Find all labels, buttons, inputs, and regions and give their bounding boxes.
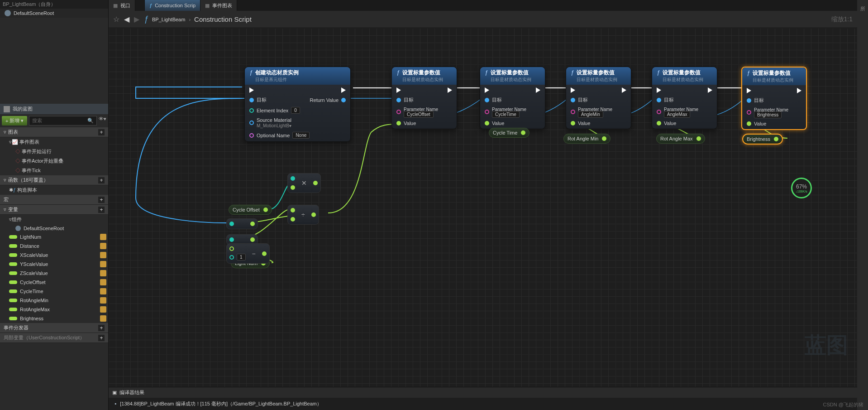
exec-out-pin[interactable] bbox=[341, 87, 346, 93]
source-material-pin[interactable]: Source MaterialM_MotionLightB▾ bbox=[249, 117, 291, 128]
element-index-pin[interactable]: Element Index0 bbox=[249, 107, 300, 114]
target-pin[interactable]: 目标 bbox=[249, 96, 267, 103]
exec-out-pin[interactable] bbox=[622, 87, 626, 93]
exec-in-pin[interactable] bbox=[747, 88, 751, 93]
favorite-icon[interactable]: ☆ bbox=[113, 15, 119, 24]
exec-in-pin[interactable] bbox=[249, 87, 254, 93]
add-function-button[interactable]: + bbox=[98, 177, 105, 183]
input-pin[interactable] bbox=[229, 222, 234, 226]
visibility-icon[interactable]: 👁▾ bbox=[99, 116, 106, 125]
add-local-button[interactable]: + bbox=[98, 335, 105, 341]
param-name-pin[interactable]: Parameter NameAngleMin bbox=[571, 107, 612, 117]
output-pin[interactable] bbox=[521, 130, 525, 135]
visibility-toggle[interactable] bbox=[100, 261, 106, 267]
param-name-pin[interactable]: Parameter NameCycleTime bbox=[485, 107, 526, 117]
input-pin-a[interactable] bbox=[229, 246, 234, 251]
visibility-toggle[interactable] bbox=[100, 252, 106, 258]
node-set-scalar-anglemax[interactable]: ƒ设置标量参数值目标是材质动态实例目标Parameter NameAngleMa… bbox=[652, 67, 717, 129]
category-macros[interactable]: 宏 + bbox=[0, 195, 108, 205]
exec-out-pin[interactable] bbox=[797, 88, 801, 93]
variable-xscalevalue[interactable]: XScaleValue bbox=[0, 251, 108, 260]
value-pin[interactable]: Value bbox=[747, 121, 766, 126]
target-pin[interactable]: 目标 bbox=[396, 96, 414, 103]
output-pin[interactable] bbox=[696, 136, 701, 141]
node-create-dmi[interactable]: ƒ 创建动态材质实例 目标是基元组件 目标Return Value Elemen… bbox=[244, 67, 351, 142]
event-graph-item[interactable]: ▿📈 事件图表 bbox=[0, 137, 108, 147]
exec-out-pin[interactable] bbox=[448, 87, 452, 93]
return-pin[interactable]: Return Value bbox=[310, 97, 346, 103]
var-rot-angle-min[interactable]: Rot Angle Min bbox=[563, 134, 610, 144]
visibility-toggle[interactable] bbox=[100, 297, 106, 304]
target-pin[interactable]: 目标 bbox=[657, 96, 674, 103]
variable-cycletime[interactable]: CycleTime bbox=[0, 287, 108, 296]
visibility-toggle[interactable] bbox=[100, 279, 106, 285]
target-pin[interactable]: 目标 bbox=[571, 96, 588, 103]
variable-rotanglemax[interactable]: RotAngleMax bbox=[0, 305, 108, 314]
tab-viewport[interactable]: ▦视口 bbox=[109, 0, 135, 11]
node-set-scalar-brightness[interactable]: ƒ设置标量参数值目标是材质动态实例目标Parameter NameBrightn… bbox=[741, 67, 807, 130]
input-pin-b[interactable] bbox=[291, 185, 295, 190]
variable-cycleoffset[interactable]: CycleOffset bbox=[0, 278, 108, 287]
search-input[interactable]: 搜索 🔍 bbox=[29, 116, 97, 125]
node-subtract[interactable]: 1 − bbox=[226, 243, 270, 264]
output-pin[interactable] bbox=[311, 212, 316, 217]
input-pin-b[interactable] bbox=[291, 217, 295, 222]
variable-components-group[interactable]: ▿组件 bbox=[0, 215, 108, 224]
visibility-toggle[interactable] bbox=[100, 306, 106, 313]
construction-script-item[interactable]: ✱ƒ 构造脚本 bbox=[0, 185, 108, 195]
variable-yscalevalue[interactable]: YScaleValue bbox=[0, 260, 108, 269]
category-graphs[interactable]: ▿图表 + bbox=[0, 127, 108, 137]
var-cycle-time[interactable]: Cycle Time bbox=[489, 128, 529, 138]
optional-name-pin[interactable]: Optional NameNone bbox=[249, 132, 310, 139]
node-convert-1[interactable] bbox=[226, 218, 258, 229]
output-pin[interactable] bbox=[774, 137, 778, 141]
target-pin[interactable]: 目标 bbox=[485, 96, 502, 103]
category-functions[interactable]: ▿函数（18可覆盖） + bbox=[0, 175, 108, 185]
input-pin-a[interactable] bbox=[291, 176, 295, 181]
variable-distance[interactable]: Distance bbox=[0, 241, 108, 251]
visibility-toggle[interactable] bbox=[100, 243, 106, 249]
variable-rotanglemin[interactable]: RotAngleMin bbox=[0, 296, 108, 305]
value-pin[interactable]: Value bbox=[571, 121, 590, 126]
param-name-pin[interactable]: Parameter NameBrightness bbox=[747, 107, 788, 117]
input-pin-a[interactable] bbox=[291, 208, 295, 212]
exec-out-pin[interactable] bbox=[708, 87, 712, 93]
node-set-scalar-anglemin[interactable]: ƒ设置标量参数值目标是材质动态实例目标Parameter NameAngleMi… bbox=[566, 67, 631, 129]
output-pin[interactable] bbox=[250, 222, 255, 226]
exec-in-pin[interactable] bbox=[485, 87, 489, 93]
nav-back-button[interactable]: ◀ bbox=[124, 15, 129, 24]
tab-event-graph[interactable]: ▦事件图表 bbox=[200, 0, 237, 11]
new-button[interactable]: + 新增 ▾ bbox=[2, 116, 27, 125]
visibility-toggle[interactable] bbox=[100, 288, 106, 294]
node-set-scalar-cycletime[interactable]: ƒ设置标量参数值目标是材质动态实例目标Parameter NameCycleTi… bbox=[480, 67, 545, 129]
visibility-toggle[interactable] bbox=[100, 234, 106, 240]
var-rot-angle-max[interactable]: Rot Angle Max bbox=[656, 134, 705, 144]
visibility-toggle[interactable] bbox=[100, 270, 106, 276]
category-dispatchers[interactable]: 事件分发器 + bbox=[0, 323, 108, 333]
category-variables[interactable]: ▿变量 + bbox=[0, 205, 108, 215]
add-dispatcher-button[interactable]: + bbox=[98, 325, 105, 331]
param-name-pin[interactable]: Parameter NameAngleMax bbox=[657, 107, 698, 117]
graph-canvas[interactable]: ƒ 创建动态材质实例 目标是基元组件 目标Return Value Elemen… bbox=[109, 28, 857, 387]
variable-zscalevalue[interactable]: ZScaleValue bbox=[0, 269, 108, 278]
exec-out-pin[interactable] bbox=[536, 87, 540, 93]
component-default-root[interactable]: DefaultSceneRoot bbox=[0, 9, 108, 18]
param-name-pin[interactable]: Parameter NameCycleOffset bbox=[396, 107, 438, 117]
exec-in-pin[interactable] bbox=[396, 87, 401, 93]
node-set-scalar-cycleoffset[interactable]: ƒ设置标量参数值目标是材质动态实例目标Parameter NameCycleOf… bbox=[391, 67, 457, 129]
variable-lightnum[interactable]: LightNum bbox=[0, 232, 108, 241]
breadcrumb-leaf[interactable]: Construction Script bbox=[194, 15, 252, 23]
output-pin[interactable] bbox=[602, 136, 606, 141]
input-pin[interactable] bbox=[229, 237, 234, 242]
node-divide[interactable]: ÷ bbox=[287, 205, 319, 225]
output-pin[interactable] bbox=[313, 181, 318, 185]
value-pin[interactable]: Value bbox=[657, 121, 676, 126]
add-macro-button[interactable]: + bbox=[98, 197, 105, 203]
add-graph-button[interactable]: + bbox=[98, 129, 105, 135]
value-pin[interactable]: Value bbox=[396, 121, 416, 126]
variable-default-scene-root[interactable]: DefaultSceneRoot bbox=[0, 224, 108, 232]
visibility-toggle[interactable] bbox=[100, 315, 106, 322]
target-pin[interactable]: 目标 bbox=[747, 97, 764, 104]
breadcrumb-root[interactable]: BP_LightBeam bbox=[152, 17, 185, 22]
compiler-header[interactable]: ▣ 编译器结果 bbox=[109, 387, 857, 398]
